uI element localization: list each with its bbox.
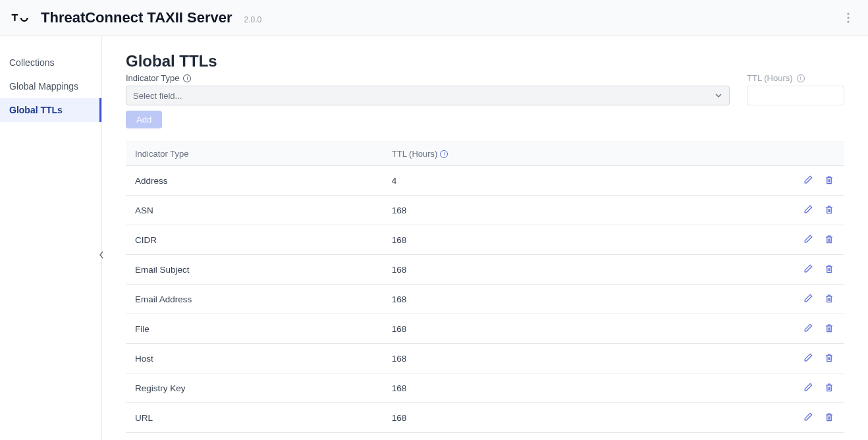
edit-icon (803, 263, 813, 274)
cell-actions (637, 225, 844, 255)
svg-point-2 (847, 20, 849, 22)
cell-actions (637, 314, 844, 344)
delete-button[interactable] (823, 233, 835, 245)
edit-icon (803, 382, 813, 393)
table-row: Email Address168 (126, 285, 844, 314)
cell-indicator-type: Address (126, 166, 383, 196)
indicator-type-select[interactable]: Select field... (126, 86, 730, 105)
info-icon[interactable]: i (797, 74, 805, 82)
cell-ttl: 168 (383, 373, 637, 403)
kebab-menu-button[interactable] (839, 9, 857, 27)
app-header: ThreatConnect TAXII Server 2.0.0 (0, 0, 868, 36)
trash-icon (824, 175, 834, 185)
edit-button[interactable] (802, 352, 814, 364)
cell-ttl: 168 (383, 285, 637, 314)
table-row: Registry Key168 (126, 373, 844, 403)
trash-icon (824, 352, 834, 363)
cell-actions (637, 166, 844, 196)
trash-icon (824, 382, 834, 393)
delete-button[interactable] (823, 174, 835, 186)
cell-ttl: 4 (383, 166, 637, 196)
delete-button[interactable] (823, 263, 835, 275)
trash-icon (824, 204, 834, 215)
svg-point-1 (847, 16, 849, 18)
delete-button[interactable] (823, 204, 835, 215)
edit-button[interactable] (802, 322, 814, 334)
cell-indicator-type: CIDR (126, 225, 383, 255)
delete-button[interactable] (823, 411, 835, 423)
info-icon[interactable]: i (440, 150, 448, 158)
trash-icon (824, 263, 834, 274)
cell-ttl: 168 (383, 403, 637, 433)
edit-button[interactable] (802, 174, 814, 186)
edit-icon (803, 234, 813, 244)
delete-button[interactable] (823, 381, 835, 393)
delete-button[interactable] (823, 292, 835, 304)
edit-icon (803, 204, 813, 215)
cell-actions (637, 344, 844, 373)
edit-button[interactable] (802, 263, 814, 275)
delete-button[interactable] (823, 352, 835, 364)
trash-icon (824, 293, 834, 304)
app-title: ThreatConnect TAXII Server (41, 9, 232, 26)
info-icon[interactable]: i (183, 74, 191, 82)
edit-button[interactable] (802, 292, 814, 304)
ttl-hours-label: TTL (Hours) i (747, 73, 844, 83)
cell-ttl: 168 (383, 344, 637, 373)
sidebar-item-global-ttls[interactable]: Global TTLs (0, 98, 101, 122)
table-row: CIDR168 (126, 225, 844, 255)
delete-button[interactable] (823, 322, 835, 334)
indicator-type-label: Indicator Type i (126, 73, 730, 83)
edit-icon (803, 352, 813, 363)
edit-icon (803, 175, 813, 185)
app-logo (11, 11, 32, 24)
edit-icon (803, 293, 813, 304)
cell-ttl: 168 (383, 255, 637, 285)
sidebar-item-collections[interactable]: Collections (0, 51, 101, 74)
table-row: Address4 (126, 166, 844, 196)
cell-actions (637, 255, 844, 285)
table-row: Email Subject168 (126, 255, 844, 285)
edit-button[interactable] (802, 381, 814, 393)
cell-indicator-type: Host (126, 344, 383, 373)
col-ttl-hours: TTL (Hours) i (383, 142, 637, 166)
cell-actions (637, 285, 844, 314)
ttl-table: Indicator Type TTL (Hours) i Address4ASN… (126, 142, 844, 433)
app-version: 2.0.0 (244, 15, 262, 24)
trash-icon (824, 234, 834, 244)
cell-indicator-type: Registry Key (126, 373, 383, 403)
ttl-hours-input[interactable] (747, 86, 868, 105)
cell-ttl: 168 (383, 225, 637, 255)
table-row: File168 (126, 314, 844, 344)
cell-actions (637, 196, 844, 225)
cell-indicator-type: Email Address (126, 285, 383, 314)
col-actions (637, 142, 844, 166)
cell-indicator-type: File (126, 314, 383, 344)
page-title: Global TTLs (126, 52, 844, 70)
ttl-hours-field[interactable] (747, 86, 844, 105)
sidebar-collapse-button[interactable] (96, 247, 107, 263)
cell-ttl: 168 (383, 314, 637, 344)
trash-icon (824, 412, 834, 422)
col-indicator-type: Indicator Type (126, 142, 383, 166)
cell-indicator-type: ASN (126, 196, 383, 225)
table-row: URL168 (126, 403, 844, 433)
trash-icon (824, 323, 834, 333)
sidebar-item-global-mappings[interactable]: Global Mappings (0, 74, 101, 98)
chevron-down-icon (715, 92, 722, 99)
cell-indicator-type: Email Subject (126, 255, 383, 285)
edit-icon (803, 412, 813, 422)
cell-ttl: 168 (383, 196, 637, 225)
sidebar: CollectionsGlobal MappingsGlobal TTLs (0, 36, 102, 440)
edit-button[interactable] (802, 233, 814, 245)
table-row: ASN168 (126, 196, 844, 225)
edit-button[interactable] (802, 204, 814, 215)
chevron-left-icon (99, 251, 104, 259)
svg-point-0 (847, 13, 849, 14)
edit-icon (803, 323, 813, 333)
main-content: Global TTLs Indicator Type i Select fiel… (102, 36, 868, 440)
edit-button[interactable] (802, 411, 814, 423)
table-row: Host168 (126, 344, 844, 373)
cell-actions (637, 403, 844, 433)
add-button[interactable]: Add (126, 111, 162, 128)
